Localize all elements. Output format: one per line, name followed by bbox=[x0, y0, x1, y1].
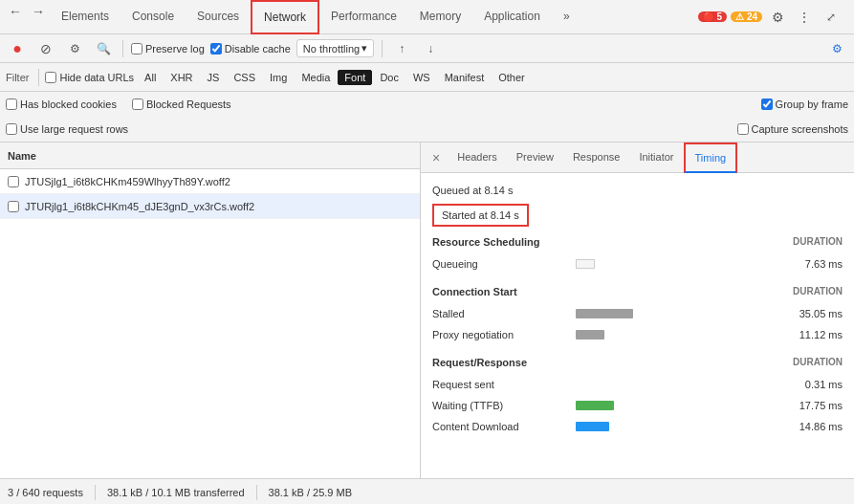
filter-type-doc[interactable]: Doc bbox=[373, 70, 405, 85]
separator3 bbox=[38, 69, 39, 86]
close-detail-button[interactable]: × bbox=[425, 150, 448, 165]
timing-section: Resource SchedulingDURATIONQueueing7.63 … bbox=[432, 236, 843, 274]
filter-type-xhr[interactable]: XHR bbox=[164, 70, 199, 85]
file-list-header: Name bbox=[0, 142, 420, 169]
timing-row: Proxy negotiation11.12 ms bbox=[432, 324, 843, 345]
preserve-log-checkbox[interactable]: Preserve log bbox=[131, 43, 205, 55]
timing-bar bbox=[576, 309, 633, 318]
filter-type-buttons: AllXHRJSCSSImgMediaFontDocWSManifestOthe… bbox=[138, 70, 532, 85]
requests-count: 3 / 640 requests bbox=[8, 487, 83, 498]
network-toolbar: ● ⊘ ⚙ 🔍 Preserve log Disable cache No th… bbox=[0, 34, 854, 63]
download-button[interactable]: ↓ bbox=[419, 37, 442, 60]
timing-content: Queued at 8.14 s Started at 8.14 s Resou… bbox=[421, 173, 854, 478]
search-button[interactable]: 🔍 bbox=[92, 37, 115, 60]
status-bar: 3 / 640 requests 38.1 kB / 10.1 MB trans… bbox=[0, 478, 854, 504]
file-row[interactable]: JTUSjlg1_i6t8kCHKm459WlhyyTh89Y.woff2 bbox=[0, 169, 420, 194]
tab-application[interactable]: Application bbox=[472, 0, 552, 34]
detail-tab-preview[interactable]: Preview bbox=[507, 142, 563, 173]
file-list-body: JTUSjlg1_i6t8kCHKm459WlhyyTh89Y.woff2JTU… bbox=[0, 169, 420, 478]
file-list-panel: Name JTUSjlg1_i6t8kCHKm459WlhyyTh89Y.wof… bbox=[0, 142, 421, 478]
detail-tab-response[interactable]: Response bbox=[563, 142, 630, 173]
transferred-size: 38.1 kB / 10.1 MB transferred bbox=[107, 487, 245, 498]
timing-row: Queueing7.63 ms bbox=[432, 253, 843, 274]
use-large-rows-checkbox[interactable]: Use large request rows bbox=[6, 123, 128, 135]
tab-sources[interactable]: Sources bbox=[186, 0, 251, 34]
options-bar: Has blocked cookies Blocked Requests Gro… bbox=[0, 92, 854, 142]
has-blocked-cookies-checkbox[interactable]: Has blocked cookies bbox=[6, 99, 117, 110]
started-text: Started at 8.14 s bbox=[432, 204, 529, 227]
error-badge: 🔴 5 bbox=[698, 11, 727, 22]
forward-button[interactable]: → bbox=[27, 0, 50, 23]
tab-bar: ← → Elements Console Sources Network Per… bbox=[0, 0, 854, 34]
settings-button[interactable]: ⚙ bbox=[766, 6, 789, 29]
timing-row: Request sent0.31 ms bbox=[432, 374, 843, 395]
capture-screenshots-checkbox[interactable]: Capture screenshots bbox=[737, 123, 849, 135]
stop-button[interactable]: ⊘ bbox=[34, 37, 57, 60]
queued-text: Queued at 8.14 s bbox=[432, 181, 843, 200]
timing-row: Content Download14.86 ms bbox=[432, 416, 843, 437]
filter-type-ws[interactable]: WS bbox=[406, 70, 437, 85]
separator bbox=[122, 40, 123, 57]
filter-type-all[interactable]: All bbox=[138, 70, 163, 85]
detail-tab-headers[interactable]: Headers bbox=[448, 142, 507, 173]
timing-section: Request/ResponseDURATIONRequest sent0.31… bbox=[432, 357, 843, 437]
filter-label: Filter bbox=[6, 72, 29, 83]
tab-console[interactable]: Console bbox=[120, 0, 186, 34]
timing-row: Stalled35.05 ms bbox=[432, 303, 843, 324]
tab-memory[interactable]: Memory bbox=[408, 0, 472, 34]
disable-cache-checkbox[interactable]: Disable cache bbox=[210, 43, 291, 55]
network-settings-button[interactable]: ⚙ bbox=[825, 37, 848, 60]
tab-performance[interactable]: Performance bbox=[319, 0, 408, 34]
group-by-frame-checkbox[interactable]: Group by frame bbox=[761, 99, 848, 110]
detail-tab-bar: × HeadersPreviewResponseInitiatorTiming bbox=[421, 142, 854, 173]
filter-type-manifest[interactable]: Manifest bbox=[438, 70, 492, 85]
timing-row: Waiting (TTFB)17.75 ms bbox=[432, 395, 843, 416]
undock-button[interactable]: ⤢ bbox=[820, 6, 843, 29]
detail-panel: × HeadersPreviewResponseInitiatorTiming … bbox=[421, 142, 854, 478]
filter-type-font[interactable]: Font bbox=[338, 70, 372, 85]
filter-type-js[interactable]: JS bbox=[201, 70, 227, 85]
filter-type-img[interactable]: Img bbox=[263, 70, 294, 85]
empty-bar bbox=[576, 259, 595, 269]
timing-section: Connection StartDURATIONStalled35.05 msP… bbox=[432, 286, 843, 345]
tab-network[interactable]: Network bbox=[251, 0, 319, 34]
timing-bar bbox=[576, 422, 609, 431]
filter-type-other[interactable]: Other bbox=[492, 70, 532, 85]
filter-type-media[interactable]: Media bbox=[295, 70, 337, 85]
back-button[interactable]: ← bbox=[4, 0, 27, 23]
filter-type-css[interactable]: CSS bbox=[227, 70, 262, 85]
tab-more[interactable]: » bbox=[552, 0, 581, 34]
more-button[interactable]: ⋮ bbox=[793, 6, 816, 29]
upload-button[interactable]: ↑ bbox=[390, 37, 413, 60]
timing-bar bbox=[576, 330, 604, 340]
filter-button[interactable]: ⚙ bbox=[63, 37, 86, 60]
main-content: Name JTUSjlg1_i6t8kCHKm459WlhyyTh89Y.wof… bbox=[0, 142, 854, 478]
record-button[interactable]: ● bbox=[6, 37, 29, 60]
throttling-dropdown[interactable]: No throttling ▾ bbox=[296, 39, 374, 57]
file-row[interactable]: JTURjlg1_i6t8kCHKm45_dJE3gnD_vx3rCs.woff… bbox=[0, 194, 420, 219]
warning-badge: ⚠ 24 bbox=[731, 11, 762, 22]
timing-bar bbox=[576, 401, 614, 410]
blocked-requests-checkbox[interactable]: Blocked Requests bbox=[132, 99, 231, 110]
separator2 bbox=[382, 40, 383, 57]
hide-data-urls-checkbox[interactable]: Hide data URLs bbox=[45, 72, 134, 83]
detail-tab-initiator[interactable]: Initiator bbox=[629, 142, 683, 173]
tab-elements[interactable]: Elements bbox=[50, 0, 120, 34]
filter-bar: Filter Hide data URLs AllXHRJSCSSImgMedi… bbox=[0, 63, 854, 92]
resources-size: 38.1 kB / 25.9 MB bbox=[269, 487, 352, 498]
detail-tab-timing[interactable]: Timing bbox=[684, 142, 738, 173]
